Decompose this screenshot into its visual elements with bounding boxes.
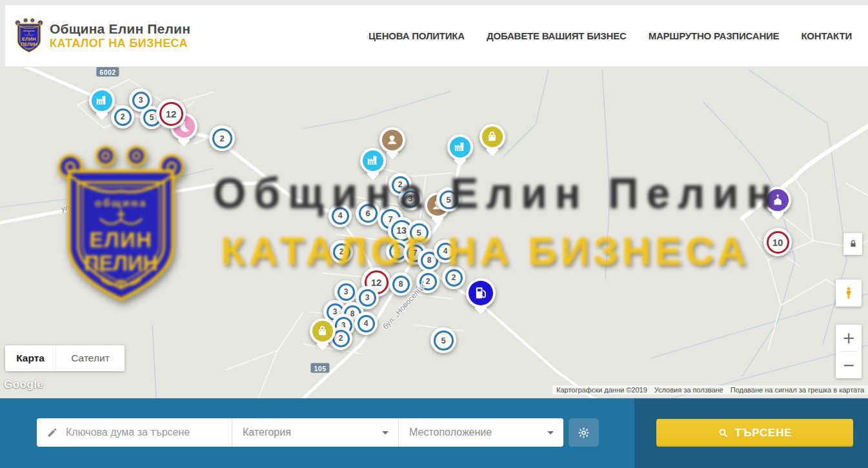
municipality-logo-icon	[14, 17, 44, 54]
map-pin-marker-fuel[interactable]	[466, 278, 496, 308]
street-name-label: ул. Преслав	[61, 198, 105, 213]
map-type-control: Карта Сателит	[5, 345, 125, 371]
advanced-search-button[interactable]	[569, 418, 599, 447]
map-pin-marker-factory[interactable]	[360, 148, 386, 174]
map-pin-marker-factory[interactable]	[447, 134, 473, 160]
map-type-satellite-button[interactable]: Сателит	[56, 345, 125, 371]
site-header: Община Елин Пелин КАТАЛОГ НА БИЗНЕСА ЦЕН…	[5, 5, 868, 67]
map-cluster-marker[interactable]: 6	[356, 201, 380, 225]
map-cluster-marker[interactable]: 10	[763, 228, 792, 256]
main-nav: ЦЕНОВА ПОЛИТИКА ДОБАВЕТЕ ВАШИЯТ БИЗНЕС М…	[368, 30, 868, 41]
map-cluster-marker[interactable]: 5	[430, 327, 456, 353]
nav-pricing-policy[interactable]: ЦЕНОВА ПОЛИТИКА	[368, 30, 465, 41]
map-pin-marker-church[interactable]	[764, 187, 791, 214]
road-number-badge: 105	[310, 363, 329, 373]
google-logo[interactable]: Google	[4, 378, 44, 391]
chevron-down-icon	[382, 431, 389, 434]
map-cluster-marker[interactable]: 2	[330, 240, 353, 263]
category-select[interactable]: Категория	[232, 418, 398, 447]
map-cluster-marker[interactable]: 2	[111, 105, 134, 128]
map-cluster-marker[interactable]: 3	[399, 187, 422, 210]
nav-route-schedule[interactable]: МАРШРУТНО РАЗПИСАНИЕ	[649, 30, 780, 41]
markers-layer: 3251222356471352278412822333834251060021…	[0, 66, 868, 398]
map-attribution: Картографски данни ©2019 Условия за полз…	[552, 385, 868, 394]
location-select[interactable]: Местоположение	[398, 418, 563, 447]
pegman-icon	[842, 285, 856, 301]
gear-icon	[577, 426, 590, 440]
zoom-in-button[interactable]: +	[836, 325, 862, 351]
pencil-icon	[46, 427, 58, 438]
nav-contacts[interactable]: КОНТАКТИ	[801, 30, 852, 41]
road-number-badge: 6002	[96, 67, 119, 77]
site-subtitle: КАТАЛОГ НА БИЗНЕСА	[50, 37, 190, 50]
street-view-pegman-button[interactable]	[836, 280, 862, 307]
map-type-map-button[interactable]: Карта	[5, 345, 56, 371]
search-submit-label: ТЪРСЕНЕ	[735, 427, 792, 440]
map-cluster-marker[interactable]: 4	[328, 204, 352, 227]
map-cluster-marker[interactable]: 5	[407, 220, 431, 245]
chevron-down-icon	[547, 431, 554, 434]
map-cluster-marker[interactable]: 2	[442, 266, 465, 289]
map-pin-marker-bag[interactable]	[310, 318, 336, 344]
lock-icon	[848, 239, 858, 249]
map-pin-marker-worker[interactable]	[379, 127, 405, 153]
search-icon	[718, 427, 729, 438]
keyword-field-wrap	[37, 418, 232, 447]
nav-add-your-business[interactable]: ДОБАВЕТЕ ВАШИЯТ БИЗНЕС	[487, 30, 627, 41]
map-pin-marker-factory[interactable]	[89, 88, 115, 114]
street-name-label: ци“	[450, 180, 461, 194]
map-canvas[interactable]: 3251222356471352278412822333834251060021…	[0, 66, 868, 398]
map-pin-marker-bag[interactable]	[479, 124, 505, 150]
brand[interactable]: Община Елин Пелин КАТАЛОГ НА БИЗНЕСА	[5, 17, 190, 54]
map-cluster-marker[interactable]: 4	[434, 239, 457, 263]
zoom-control: + −	[836, 325, 862, 378]
keyword-search-input[interactable]	[65, 426, 232, 439]
map-cluster-marker[interactable]: 12	[156, 99, 186, 128]
attribution-terms-link[interactable]: Условия за ползване	[652, 386, 726, 394]
attribution-copyright: Картографски данни ©2019	[554, 386, 650, 394]
map-cluster-marker[interactable]: 8	[389, 272, 412, 296]
location-select-value: Местоположение	[409, 427, 492, 438]
search-panel: Категория Местоположение ТЪРСЕНЕ	[0, 398, 868, 468]
fullscreen-lock-button[interactable]	[843, 233, 862, 255]
search-submit-button[interactable]: ТЪРСЕНЕ	[656, 419, 853, 447]
site-title: Община Елин Пелин	[50, 21, 190, 37]
zoom-out-button[interactable]: −	[836, 352, 862, 378]
map-cluster-marker[interactable]: 4	[354, 312, 378, 335]
category-select-value: Категория	[243, 427, 291, 438]
search-bar: Категория Местоположение	[37, 418, 563, 447]
map-cluster-marker[interactable]: 2	[209, 125, 235, 151]
attribution-report-error-link[interactable]: Подаване на сигнал за грешка в картата	[728, 386, 867, 394]
